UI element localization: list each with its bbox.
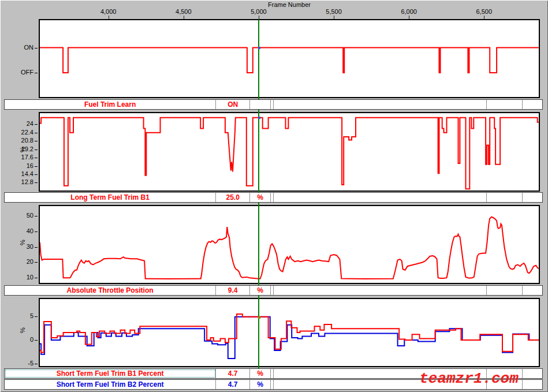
y-axis-tick-mark bbox=[35, 124, 38, 125]
y-axis-tick-label: -5 bbox=[3, 360, 33, 367]
row-blank bbox=[523, 380, 542, 389]
parameter-row-fuel-trim-learn: Fuel Trim Learn ON bbox=[4, 99, 543, 110]
y-axis-tick-label: 10 bbox=[3, 274, 33, 281]
trace-fuel-trim-learn bbox=[40, 48, 539, 73]
parameter-value: 9.4 bbox=[216, 286, 250, 295]
row-blank bbox=[523, 286, 542, 295]
stft-traces bbox=[40, 299, 539, 366]
frame-tick-label: 6,500 bbox=[467, 8, 501, 15]
parameter-name[interactable]: Absolute Throttle Position bbox=[5, 286, 216, 295]
y-axis-unit-label: % bbox=[19, 327, 26, 333]
y-axis-tick-label: 5 bbox=[3, 312, 33, 319]
y-axis-tick-mark bbox=[35, 48, 38, 48]
cursor-value-marker bbox=[258, 316, 260, 319]
frame-tick-label: 6,000 bbox=[392, 8, 426, 15]
trace-long-term-fuel-trim-b1 bbox=[40, 118, 539, 189]
parameter-value: 4.7 bbox=[216, 369, 250, 378]
frame-tick-label: 5,500 bbox=[316, 8, 351, 15]
parameter-unit: % bbox=[250, 369, 271, 378]
y-axis-tick-label: 50 bbox=[3, 212, 33, 219]
x-axis-title: Frame Number bbox=[39, 1, 540, 8]
cursor-value-marker bbox=[258, 47, 260, 49]
y-axis-tick-label: 12.8 bbox=[3, 178, 33, 185]
frame-tick-label: 4,000 bbox=[91, 8, 126, 15]
frame-tick-label: 5,000 bbox=[241, 8, 276, 15]
ltft-b1-trace bbox=[40, 113, 539, 191]
parameter-value: 4.7 bbox=[216, 380, 250, 389]
plot-fuel-trim-learn[interactable] bbox=[39, 19, 540, 98]
y-axis-tick-label: 40 bbox=[3, 227, 33, 234]
parameter-name[interactable]: Short Term Fuel Trim B2 Percent bbox=[5, 380, 216, 389]
parameter-name[interactable]: Fuel Trim Learn bbox=[5, 100, 216, 109]
parameter-name[interactable]: Long Term Fuel Trim B1 bbox=[5, 193, 216, 202]
row-blank bbox=[523, 369, 542, 378]
y-axis-tick-label: 17.6 bbox=[3, 154, 33, 160]
parameter-row-ltft-b1: Long Term Fuel Trim B1 25.0 % bbox=[4, 192, 543, 203]
row-blank bbox=[274, 286, 487, 295]
trace-absolute-throttle-position bbox=[40, 217, 539, 279]
y-axis-tick-label: OFF bbox=[3, 69, 33, 76]
throttle-trace bbox=[40, 206, 539, 283]
y-axis-tick-label: 22.4 bbox=[3, 129, 33, 136]
plot-long-term-fuel-trim-b1[interactable] bbox=[39, 112, 540, 192]
y-axis-tick-mark bbox=[35, 364, 38, 364]
y-axis-unit-label: % bbox=[19, 240, 26, 245]
row-blank bbox=[274, 193, 487, 202]
datalogger-window: Frame Number 4,0004,5005,0005,5006,0006,… bbox=[0, 0, 548, 392]
y-axis-tick-mark bbox=[35, 316, 38, 317]
parameter-unit: % bbox=[250, 193, 271, 202]
y-axis-tick-mark bbox=[35, 340, 38, 341]
trace-short-term-fuel-trim-b1-percent bbox=[40, 314, 539, 353]
parameter-unit: % bbox=[250, 380, 271, 389]
plot-short-term-fuel-trim[interactable] bbox=[39, 298, 540, 367]
y-axis-tick-mark bbox=[35, 247, 38, 248]
row-blank bbox=[487, 100, 523, 109]
row-blank bbox=[274, 100, 487, 109]
y-axis-tick-label: 0 bbox=[3, 336, 33, 343]
trace-short-term-fuel-trim-b2-percent bbox=[40, 317, 539, 359]
plot-absolute-throttle-position[interactable] bbox=[39, 205, 540, 284]
y-axis-tick-mark bbox=[35, 174, 38, 175]
y-axis-tick-label: 14.4 bbox=[3, 170, 33, 177]
parameter-value: 25.0 bbox=[216, 193, 250, 202]
row-blank bbox=[523, 100, 542, 109]
parameter-value: ON bbox=[216, 100, 250, 109]
y-axis-tick-mark bbox=[35, 232, 38, 232]
row-blank bbox=[487, 286, 523, 295]
y-axis-tick-mark bbox=[35, 166, 38, 167]
row-blank bbox=[487, 193, 523, 202]
y-axis-tick-mark bbox=[35, 158, 38, 158]
parameter-name[interactable]: Short Term Fuel Trim B1 Percent bbox=[5, 369, 216, 378]
y-axis-tick-label: ON bbox=[3, 44, 33, 51]
fuel-trim-learn-trace bbox=[40, 20, 539, 97]
y-axis-unit-label: % bbox=[19, 147, 26, 152]
y-axis-tick-mark bbox=[35, 216, 38, 216]
row-blank bbox=[523, 193, 542, 202]
y-axis-tick-mark bbox=[35, 133, 38, 133]
y-axis-tick-mark bbox=[35, 141, 38, 141]
y-axis-tick-mark bbox=[35, 182, 38, 183]
y-axis-tick-label: 16 bbox=[3, 162, 33, 169]
parameter-unit bbox=[250, 100, 271, 109]
y-axis-tick-label: 20.8 bbox=[3, 137, 33, 144]
frame-tick-label: 4,500 bbox=[166, 8, 201, 15]
y-axis-tick-mark bbox=[35, 278, 38, 278]
y-axis-tick-mark bbox=[35, 73, 38, 73]
y-axis-tick-mark bbox=[35, 262, 38, 263]
y-axis-tick-mark bbox=[35, 150, 38, 150]
parameter-unit: % bbox=[250, 286, 271, 295]
cursor-value-marker bbox=[258, 117, 260, 119]
y-axis-tick-label: 20 bbox=[3, 258, 33, 265]
teamzr1-watermark: teamzr1.com bbox=[412, 368, 525, 390]
y-axis-tick-label: 24 bbox=[3, 120, 33, 127]
parameter-row-abs-throttle: Absolute Throttle Position 9.4 % bbox=[4, 285, 543, 296]
